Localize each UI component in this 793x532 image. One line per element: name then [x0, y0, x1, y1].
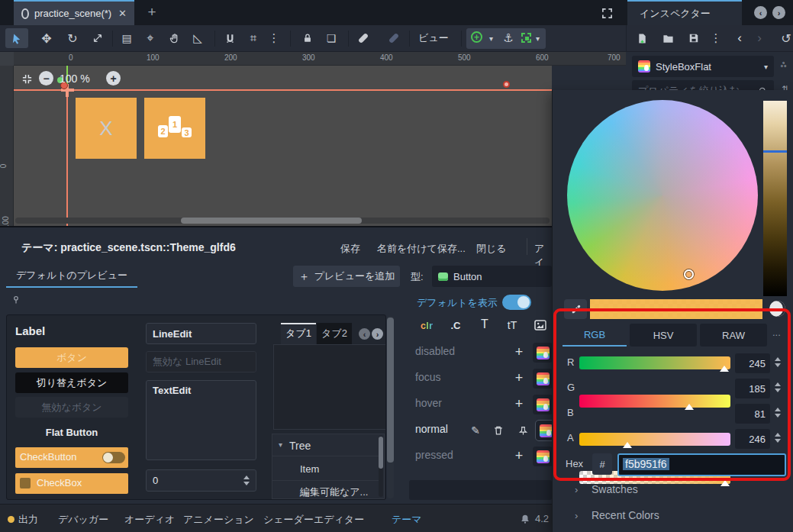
screen-picker-icon[interactable] [769, 301, 785, 317]
tab-font-sizes[interactable]: tT [499, 317, 525, 333]
tab-hsv[interactable]: HSV [630, 324, 697, 347]
bottom-panel-audio[interactable]: オーディオ [124, 513, 175, 527]
bottom-panel-shader-editor[interactable]: シェーダーエディター [263, 513, 364, 527]
preview-line-edit[interactable]: LineEdit [146, 323, 256, 344]
value-b[interactable]: 81 [735, 404, 770, 424]
value-bar-marker[interactable] [763, 150, 787, 153]
tab-rgb[interactable]: RGB [563, 324, 627, 347]
preview-tree[interactable]: ▾ Tree Item 編集可能なア... [272, 434, 385, 499]
scale-tool-icon[interactable] [88, 28, 108, 48]
value-a[interactable]: 246 [735, 429, 770, 449]
slider-b[interactable] [579, 433, 730, 446]
current-color-sample[interactable] [590, 299, 762, 319]
docs-icon[interactable]: ஃ [780, 60, 786, 69]
canvas-viewport[interactable]: − 100 % + X 1 2 3 [14, 66, 552, 226]
tree-scrollbar[interactable] [379, 436, 383, 497]
resource-dropdown[interactable]: StyleBoxFlat ▾ [632, 56, 774, 77]
tree-item-label[interactable]: Item [300, 463, 319, 475]
preview-disabled-button[interactable]: 無効なボタン [15, 397, 128, 418]
pivot-handle[interactable] [503, 81, 510, 88]
tab-constants[interactable]: .C [444, 318, 467, 333]
add-item-icon[interactable]: + [511, 395, 527, 412]
picker-more-tab[interactable]: ... [772, 327, 781, 338]
smart-snap-icon[interactable] [220, 28, 240, 48]
preview-tab1[interactable]: タブ1 [281, 323, 316, 344]
type-dropdown[interactable]: Button [432, 266, 552, 287]
spin-b-icon[interactable] [775, 408, 781, 418]
history-icon[interactable]: ↺ [777, 28, 793, 48]
value-bar[interactable] [763, 101, 787, 296]
bottom-panel-debugger[interactable]: デバッガー [58, 513, 108, 527]
scene-button-podium[interactable]: 1 2 3 [144, 98, 205, 159]
save-button[interactable]: 保存 [340, 242, 360, 256]
hex-input[interactable]: f5b951f6 [617, 453, 786, 476]
show-default-toggle[interactable] [502, 295, 531, 310]
scene-tab[interactable]: practice_scene(*) ✕ [14, 0, 134, 25]
zoom-in-button[interactable]: + [106, 71, 121, 85]
stylebox-preview-button[interactable] [533, 395, 553, 414]
stylebox-preview-button[interactable] [533, 447, 553, 466]
tab-scroll-left-icon[interactable]: ‹ [359, 328, 370, 340]
preview-vscrollbar[interactable] [387, 316, 394, 498]
tree-item2-label[interactable]: 編集可能なア... [300, 485, 368, 499]
preview-check-button[interactable]: CheckButton [15, 447, 128, 468]
stylebox-preview-button[interactable] [533, 343, 553, 363]
add-scene-tab-button[interactable]: + [143, 4, 160, 21]
tab-fonts[interactable]: T [473, 316, 496, 333]
scene-button-x[interactable]: X [76, 98, 137, 159]
preview-text-edit[interactable]: TextEdit [146, 380, 256, 460]
history-back-icon[interactable]: ‹ [731, 28, 748, 48]
dock-back-icon[interactable]: ‹ [754, 6, 767, 19]
spin-g-icon[interactable] [775, 382, 781, 392]
load-resource-icon[interactable] [658, 28, 678, 48]
swatches-section[interactable]: › Swatches [575, 483, 638, 495]
bottom-panel-output[interactable]: 出力 [18, 513, 38, 527]
pin-icon[interactable] [516, 423, 530, 438]
preview-check-box[interactable]: CheckBox [15, 473, 128, 494]
tab-inspector[interactable]: インスペクター [627, 0, 742, 25]
grid-snap-icon[interactable]: ⌗ [243, 28, 263, 48]
hash-button[interactable]: # [592, 453, 612, 475]
center-mode-icon[interactable]: + [471, 31, 482, 43]
anchor-preset-icon[interactable] [521, 33, 531, 43]
group-icon[interactable]: ❏ [321, 28, 341, 48]
spin-arrows-icon[interactable] [243, 476, 250, 485]
stylebox-preview-button[interactable] [533, 369, 553, 389]
value-g[interactable]: 185 [735, 379, 770, 398]
eyedropper-button[interactable] [564, 299, 587, 319]
dock-forward-icon[interactable]: › [772, 6, 785, 19]
preview-toggle-button[interactable]: 切り替えボタン [15, 372, 128, 393]
bone-options-icon[interactable] [384, 28, 404, 48]
tab-icons[interactable] [530, 318, 551, 333]
zoom-out-button[interactable]: − [39, 71, 53, 85]
tab-scroll-right-icon[interactable]: › [372, 328, 383, 340]
bottom-panel-animation[interactable]: アニメーション [183, 513, 254, 527]
rotate-tool-icon[interactable]: ↻ [63, 28, 82, 48]
bell-icon[interactable] [520, 514, 530, 524]
preview-vscrollbar-thumb[interactable] [387, 318, 394, 463]
save-icon[interactable] [684, 28, 704, 48]
bottom-panel-theme[interactable]: テーマ [392, 513, 422, 527]
save-as-button[interactable]: 名前を付けて保存... [377, 242, 466, 256]
add-item-icon[interactable]: + [511, 369, 527, 386]
ruler-tool-icon[interactable]: ◺ [188, 28, 208, 48]
canvas-hscrollbar[interactable] [15, 218, 550, 224]
snap-options-menu-icon[interactable]: ⋮ [266, 28, 282, 48]
pan-tool-icon[interactable] [164, 28, 184, 48]
add-preview-button[interactable]: ＋ プレビューを追加 [293, 266, 400, 287]
slider-r[interactable] [579, 356, 730, 369]
preview-picker-icon[interactable] [11, 295, 21, 305]
preview-tab2[interactable]: タブ2 [317, 323, 352, 344]
preview-spin-box[interactable]: 0 [146, 469, 256, 492]
recent-colors-section[interactable]: › Recent Colors [575, 509, 659, 521]
spin-r-icon[interactable] [775, 357, 781, 367]
anchor-icon[interactable]: ⚓ [501, 31, 515, 45]
skeleton-icon[interactable] [353, 28, 373, 48]
canvas-hscrollbar-thumb[interactable] [181, 218, 362, 224]
color-wheel[interactable] [567, 100, 758, 291]
resource-options-icon[interactable]: ⋮ [708, 28, 724, 48]
snap-select-tool-icon[interactable]: ⌖ [140, 28, 160, 48]
new-resource-icon[interactable] [632, 28, 652, 48]
trash-icon[interactable] [492, 423, 505, 438]
center-view-icon[interactable] [20, 72, 34, 85]
